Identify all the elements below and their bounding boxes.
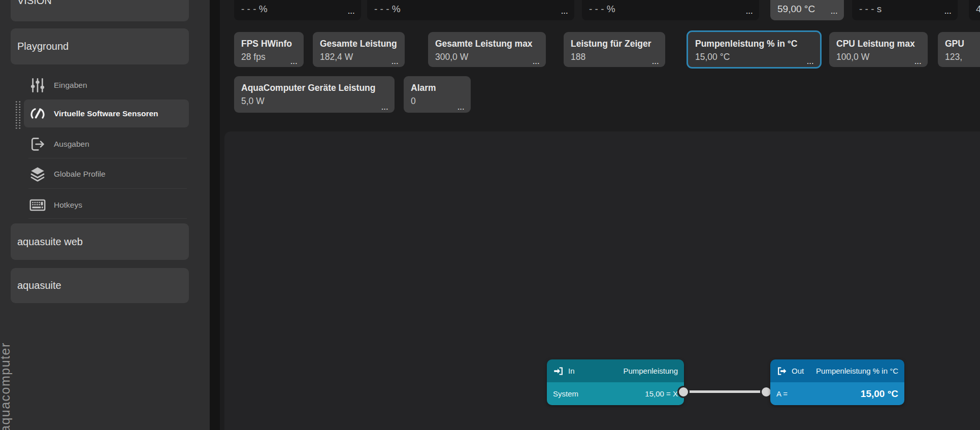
sensor-tile[interactable]: - - - s ...: [852, 0, 958, 20]
sidebar-group-label: aquasuite web: [17, 236, 83, 248]
sensor-tile-gpu[interactable]: GPU 123,: [938, 32, 980, 67]
sensor-tile-pumpenleistung-selected[interactable]: Pumpenleistung % in °C 15,00 °C ...: [687, 30, 822, 69]
node-editor-canvas[interactable]: In Pumpenleistung System 15,00 = X Out: [224, 131, 980, 430]
node-title: Pumpenleistung % in °C: [816, 367, 898, 375]
tile-more-button[interactable]: ...: [831, 8, 838, 15]
sidebar-item-label: Virtuelle Software Sensoren: [54, 109, 158, 118]
tile-title: Leistung für Zeiger: [571, 37, 658, 50]
sidebar-group-label: Playground: [17, 41, 69, 52]
node-formula-label: A =: [776, 389, 788, 398]
tile-more-button[interactable]: ...: [652, 58, 659, 65]
tile-value: 5,0 W: [241, 94, 387, 108]
node-connection-wire[interactable]: [683, 390, 766, 393]
sensor-tile[interactable]: 59,00 °C ...: [770, 0, 844, 20]
sliders-icon: [27, 76, 48, 94]
sidebar-group-aquasuite[interactable]: aquasuite: [11, 268, 189, 303]
sensor-tile[interactable]: - - - % ...: [234, 0, 361, 20]
sidebar-item-label: Eingaben: [54, 81, 87, 90]
sidebar-group-playground[interactable]: Playground: [11, 28, 189, 64]
sensor-tile[interactable]: g g - - - % ...: [367, 0, 574, 20]
sidebar-divider: [28, 218, 187, 219]
node-output-pumpenleistung-in-c[interactable]: Out Pumpenleistung % in °C A = 15,00 °C: [770, 359, 904, 405]
tile-value: 15,00 °C: [695, 50, 813, 63]
sensor-tile-gesamte-leistung-max[interactable]: Gesamte Leistung max 300,0 W ...: [428, 32, 546, 67]
sidebar-item-ausgaben[interactable]: Ausgaben: [11, 130, 189, 158]
sidebar-group-label: aquasuite: [17, 280, 61, 291]
tile-title: Alarm: [411, 81, 464, 94]
sidebar-group-label: VISION: [17, 0, 52, 7]
sidebar-group-vision[interactable]: VISION: [11, 0, 189, 21]
sensor-tile-alarm[interactable]: Alarm 0 ...: [404, 76, 471, 113]
tile-value: 188: [571, 50, 658, 63]
node-kind-label: In: [568, 367, 575, 375]
tile-more-button[interactable]: ...: [381, 104, 388, 111]
sidebar-item-hotkeys[interactable]: Hotkeys: [11, 191, 189, 219]
tile-value: 182,4 W: [320, 50, 398, 63]
sidebar: aquacomputer VISION Playground Eingaben: [0, 0, 210, 430]
tile-title: Gesamte Leistung max: [435, 37, 539, 50]
node-kind-label: Out: [792, 367, 804, 375]
tile-more-button[interactable]: ...: [348, 8, 355, 15]
tile-more-button[interactable]: ...: [807, 58, 814, 65]
sidebar-divider: [28, 158, 187, 158]
output-icon: [27, 135, 48, 153]
gauge-icon: [27, 105, 48, 123]
tile-value: 123,: [945, 50, 980, 63]
tile-more-button[interactable]: ...: [746, 8, 753, 15]
node-input-pumpenleistung[interactable]: In Pumpenleistung System 15,00 = X: [547, 359, 684, 405]
sidebar-item-label: Ausgaben: [54, 140, 89, 149]
tile-value: - - - %: [589, 3, 752, 15]
tile-more-button[interactable]: ...: [290, 58, 298, 65]
sidebar-item-globale-profile[interactable]: Globale Profile: [11, 160, 189, 188]
tile-more-button[interactable]: ...: [533, 58, 540, 65]
node-source-label: System: [553, 389, 578, 398]
sign-in-icon: [553, 366, 564, 376]
tile-value: 28 fps: [241, 50, 297, 63]
sensor-tile-gesamte-leistung[interactable]: Gesamte Leistung 182,4 W ...: [313, 32, 405, 67]
main-content: - - - % ... g g - - - % ... g - - - % ..…: [220, 0, 980, 430]
keyboard-icon: [27, 196, 48, 214]
tile-more-button[interactable]: ...: [391, 58, 399, 65]
tile-value: 300,0 W: [435, 50, 539, 63]
sidebar-item-label: Hotkeys: [54, 201, 82, 210]
sensor-tile-cpu-leistung-max[interactable]: CPU Leistung max 100,0 W ...: [829, 32, 928, 67]
sensor-tile[interactable]: 4: [969, 0, 980, 20]
tile-value: - - - %: [241, 3, 354, 15]
sidebar-item-eingaben[interactable]: Eingaben: [11, 72, 189, 99]
tile-value: 4: [976, 3, 980, 15]
sensor-tile-leistung-fuer-zeiger[interactable]: Leistung für Zeiger 188 ...: [564, 32, 665, 67]
tile-more-button[interactable]: ...: [458, 104, 465, 111]
tile-value: 59,00 °C: [777, 3, 837, 15]
sidebar-item-label: Globale Profile: [54, 170, 106, 179]
tile-more-button[interactable]: ...: [914, 58, 922, 65]
tile-title: CPU Leistung max: [836, 37, 921, 50]
brand-logo-vertical: aquacomputer: [0, 342, 13, 430]
aquasuite-window: aquacomputer VISION Playground Eingaben: [0, 0, 980, 430]
tile-title: GPU: [945, 37, 980, 50]
sensor-tile-aquacomputer-geraete-leistung[interactable]: AquaComputer Geräte Leistung 5,0 W ...: [234, 76, 395, 113]
node-value: 15,00 = X: [645, 389, 678, 398]
tile-title: FPS HWinfo: [241, 37, 297, 50]
tile-more-button[interactable]: ...: [561, 8, 568, 15]
tile-value: 0: [411, 94, 464, 108]
sidebar-item-virtuelle-software-sensoren[interactable]: Virtuelle Software Sensoren: [24, 100, 189, 127]
sign-out-icon: [776, 366, 788, 376]
sidebar-divider: [28, 188, 187, 189]
node-title: Pumpenleistung: [623, 367, 678, 375]
output-port[interactable]: [677, 386, 690, 398]
sensor-tile-fps-hwinfo[interactable]: FPS HWinfo 28 fps ...: [234, 32, 304, 67]
tile-value: 100,0 W: [836, 50, 921, 63]
layers-icon: [27, 165, 48, 183]
tile-title: Pumpenleistung % in °C: [695, 37, 813, 50]
tile-title: AquaComputer Geräte Leistung: [241, 81, 387, 94]
tile-more-button[interactable]: ...: [944, 8, 952, 15]
tile-title: Gesamte Leistung: [320, 37, 398, 50]
sidebar-group-aquasuite-web[interactable]: aquasuite web: [11, 223, 189, 260]
node-value: 15,00 °C: [861, 388, 898, 400]
sensor-tile[interactable]: g - - - % ...: [582, 0, 759, 20]
drag-handle-dots[interactable]: [15, 101, 21, 129]
tile-value: - - - %: [374, 3, 567, 15]
tile-value: - - - s: [859, 3, 951, 15]
